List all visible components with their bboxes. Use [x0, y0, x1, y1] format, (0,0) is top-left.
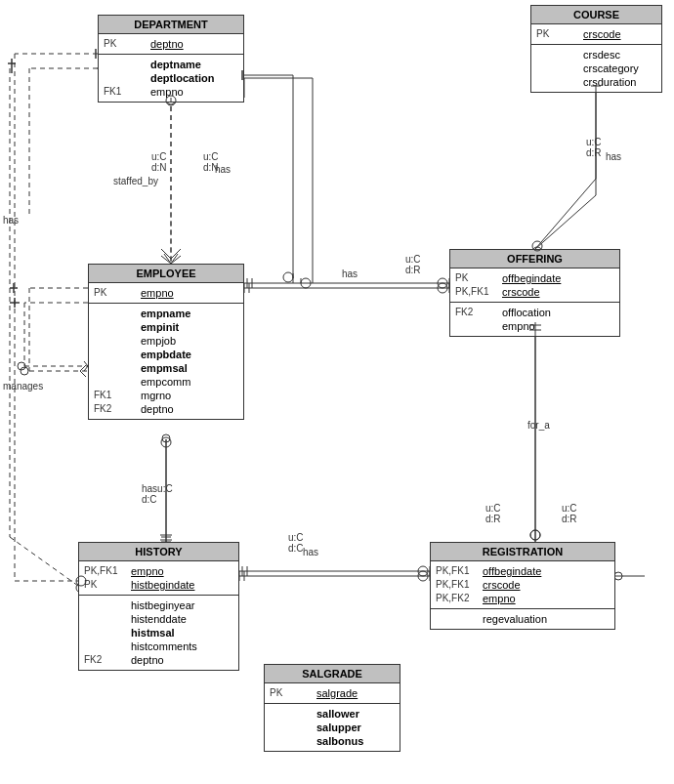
registration-fields-section: regevaluation	[431, 609, 614, 629]
history-empno-field: empno	[131, 564, 164, 578]
history-histenddate-field: histenddate	[131, 612, 187, 626]
svg-point-26	[438, 283, 447, 293]
u-c-d-r-offering-label: u:Cd:R	[405, 254, 421, 275]
offering-offbegindate-row: PK offbegindate	[455, 271, 614, 285]
offering-empno-field: empno	[502, 319, 535, 333]
registration-regevaluation-field: regevaluation	[483, 612, 547, 626]
salgrade-salbonus-field: salbonus	[316, 734, 363, 748]
employee-empbdate-field: empbdate	[141, 348, 191, 361]
salgrade-sallower-row: sallower	[270, 707, 395, 721]
employee-deptno-field: deptno	[141, 402, 174, 416]
course-crscode-row: PK crscode	[536, 27, 656, 41]
manages-label: manages	[3, 381, 43, 392]
svg-point-41	[418, 571, 428, 581]
salgrade-salgrade-row: PK salgrade	[270, 686, 395, 700]
history-deptno-key: FK2	[84, 653, 131, 667]
course-title: COURSE	[531, 6, 661, 24]
u-c-d-r-reg2-label: u:Cd:R	[562, 503, 577, 524]
history-histmsal-field: histmsal	[131, 626, 175, 640]
employee-deptno-key: FK2	[94, 402, 141, 416]
registration-empno-row: PK,FK2 empno	[436, 592, 610, 605]
employee-mgrno-key: FK1	[94, 389, 141, 402]
offering-offbegindate-field: offbegindate	[502, 271, 561, 285]
registration-offbegindate-field: offbegindate	[483, 564, 541, 578]
employee-empname-row: empname	[94, 307, 238, 320]
history-empno-key: PK,FK1	[84, 564, 131, 578]
svg-line-80	[535, 179, 596, 249]
svg-point-44	[530, 530, 540, 540]
has-emp-offering-label: has	[342, 268, 358, 279]
registration-empno-field: empno	[483, 592, 516, 605]
employee-empjob-field: empjob	[141, 334, 176, 348]
offering-title: OFFERING	[450, 250, 619, 268]
history-histcomments-row: histcomments	[84, 640, 233, 653]
svg-line-54	[164, 254, 171, 264]
course-crsdesc-field: crsdesc	[583, 48, 620, 62]
offering-crscode-row: PK,FK1 crscode	[455, 285, 614, 299]
employee-empcomm-field: empcomm	[141, 375, 190, 389]
history-histmsal-row: histmsal	[84, 626, 233, 640]
registration-regevaluation-row: regevaluation	[436, 612, 610, 626]
svg-line-5	[171, 256, 181, 264]
employee-deptno-row: FK2 deptno	[94, 402, 238, 416]
svg-point-10	[301, 278, 311, 288]
employee-empno-row: PK empno	[94, 286, 238, 300]
department-deptno-field: deptno	[150, 37, 184, 51]
has-left-label: has	[3, 215, 19, 226]
u-c-d-c-label: u:Cd:C	[288, 532, 304, 554]
history-fields-section: histbeginyear histenddate histmsal histc…	[79, 596, 238, 670]
u-c-d-r-reg-label: u:Cd:R	[485, 503, 501, 524]
employee-empmsal-field: empmsal	[141, 361, 188, 375]
history-deptno-field: deptno	[131, 653, 164, 667]
employee-empjob-row: empjob	[94, 334, 238, 348]
department-empno-field: empno	[150, 85, 184, 99]
employee-mgrno-field: mgrno	[141, 389, 171, 402]
employee-mgrno-row: FK1 mgrno	[94, 389, 238, 402]
employee-entity: EMPLOYEE PK empno empname empinit empjob	[88, 264, 244, 420]
department-deptname-field: deptname	[150, 58, 201, 71]
department-empno-row: FK1 empno	[104, 85, 238, 99]
history-histenddate-row: histenddate	[84, 612, 233, 626]
course-crscode-key: PK	[536, 27, 583, 41]
history-histbegindate-field: histbegindate	[131, 578, 194, 592]
employee-empinit-row: empinit	[94, 320, 238, 334]
offering-offlocation-row: FK2 offlocation	[455, 306, 614, 319]
department-pk-section: PK deptno	[99, 34, 243, 55]
salgrade-entity: SALGRADE PK salgrade sallower salupper s…	[264, 664, 400, 752]
svg-line-55	[171, 254, 178, 264]
registration-empno-key: PK,FK2	[436, 592, 483, 605]
registration-crscode-row: PK,FK1 crscode	[436, 578, 610, 592]
svg-line-50	[10, 537, 78, 586]
svg-point-35	[162, 434, 170, 442]
diagram-container: staffed_by has u:Cd:N u:Cd:N manages has…	[0, 0, 674, 784]
employee-empcomm-row: empcomm	[94, 375, 238, 389]
employee-pk-section: PK empno	[89, 283, 243, 304]
salgrade-salupper-field: salupper	[316, 721, 361, 734]
history-entity: HISTORY PK,FK1 empno PK histbegindate hi…	[78, 542, 239, 671]
has-bottom-label: has	[303, 547, 318, 557]
svg-line-4	[161, 256, 171, 264]
course-crsdesc-row: crsdesc	[536, 48, 656, 62]
has-course-label: has	[606, 151, 621, 162]
offering-crscode-field: crscode	[502, 285, 540, 299]
history-title: HISTORY	[79, 543, 238, 561]
department-fields-section: deptname deptlocation FK1 empno	[99, 55, 243, 102]
salgrade-title: SALGRADE	[265, 665, 400, 683]
course-crscode-field: crscode	[583, 27, 621, 41]
employee-title: EMPLOYEE	[89, 265, 243, 283]
registration-entity: REGISTRATION PK,FK1 offbegindate PK,FK1 …	[430, 542, 615, 630]
svg-point-58	[283, 272, 293, 282]
offering-entity: OFFERING PK offbegindate PK,FK1 crscode …	[449, 249, 620, 337]
employee-empno-field: empno	[141, 286, 174, 300]
u-c-d-r-course-label: u:Cd:R	[586, 137, 602, 158]
offering-offlocation-field: offlocation	[502, 306, 551, 319]
offering-pk-section: PK offbegindate PK,FK1 crscode	[450, 268, 619, 303]
registration-crscode-field: crscode	[483, 578, 521, 592]
registration-pk-section: PK,FK1 offbegindate PK,FK1 crscode PK,FK…	[431, 561, 614, 609]
registration-offbegindate-key: PK,FK1	[436, 564, 483, 578]
history-histbegindate-key: PK	[84, 578, 131, 592]
employee-empname-field: empname	[141, 307, 190, 320]
history-empno-row: PK,FK1 empno	[84, 564, 233, 578]
department-deptlocation-field: deptlocation	[150, 71, 214, 85]
employee-empno-key: PK	[94, 286, 141, 300]
